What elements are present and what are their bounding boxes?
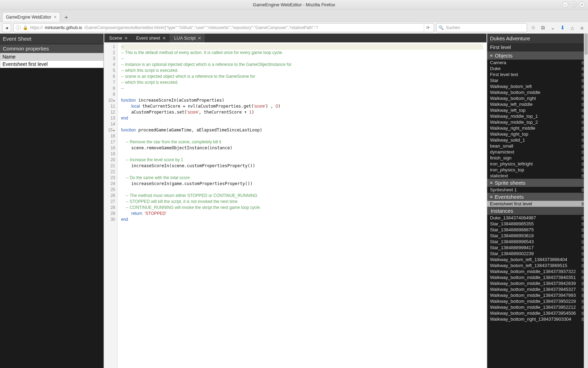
property-name-value[interactable]: Eventsheet first level <box>0 61 104 68</box>
site-info-icon[interactable]: i <box>16 25 21 30</box>
browser-tab-title: GameEngine WebEditor <box>6 15 51 20</box>
close-icon[interactable]: ✕ <box>198 36 201 41</box>
list-item[interactable]: bean_small🗑 <box>487 143 588 149</box>
list-item[interactable]: Duke🗑 <box>487 66 588 71</box>
list-item[interactable]: Walkway_bottom_middle_1384373942839🗑 <box>487 280 588 286</box>
list-item-label: Walkway_botom_left <box>490 84 532 89</box>
scene-title[interactable]: First level <box>487 43 588 52</box>
section-objects-label: Objects <box>495 53 513 59</box>
tab-close-icon[interactable]: × <box>54 15 56 20</box>
list-item[interactable]: Camera🗑 <box>487 60 588 66</box>
list-item[interactable]: Walkway_bottom_middle🗑 <box>487 89 588 95</box>
list-item-label: iron_physics_leftright <box>490 161 533 166</box>
list-item[interactable]: iron_physics_top🗑 <box>487 167 588 173</box>
section-instances[interactable]: Instances <box>487 207 588 215</box>
list-item-label: Star_1384888985355 <box>490 221 534 226</box>
list-item[interactable]: Walkway_solid_1🗑 <box>487 137 588 143</box>
page-scrollbar[interactable] <box>584 34 588 368</box>
list-item[interactable]: Walkway_bottom_middle_1384373947993🗑 <box>487 292 588 298</box>
list-item[interactable]: Walkway_botom_left🗑 <box>487 83 588 89</box>
list-item-label: bean_small <box>490 143 513 149</box>
list-item-label: Walkway_bottom_middle_1384373950229 <box>490 299 576 304</box>
scrollbar-thumb[interactable] <box>584 34 588 55</box>
list-item[interactable]: Walkway_left_middle🗑 <box>487 101 588 107</box>
menu-icon[interactable]: ≡ <box>578 24 586 32</box>
url-bar[interactable]: i 🔒 https://mirkosertic.github.io/GameCo… <box>13 23 434 32</box>
list-item[interactable]: Star_1384888996543🗑 <box>487 239 588 245</box>
window-minimize-button[interactable]: – <box>562 1 568 8</box>
list-item-label: Walkway_bottom_middle_1384373940351 <box>490 275 576 280</box>
close-icon[interactable]: ✕ <box>162 36 166 41</box>
list-item[interactable]: Star🗑 <box>487 77 588 83</box>
editor-tabs: Scene✕Event sheet✕LUA Script✕ <box>104 34 486 42</box>
list-item[interactable]: Walkway_bottom_right_1384373903304🗑 <box>487 316 588 322</box>
list-item[interactable]: Walkway_bottom_middle_1384373945327🗑 <box>487 286 588 292</box>
list-item[interactable]: dynamictext🗑 <box>487 149 588 155</box>
list-item[interactable]: Duke_1384374064987🗑 <box>487 215 588 221</box>
spritesheets-list: Spritesheet 1🗑 <box>487 187 588 193</box>
downloads-icon[interactable]: ⬇ <box>559 24 566 32</box>
section-eventsheets-label: Eventsheets <box>495 194 524 200</box>
list-item[interactable]: Spritesheet 1🗑 <box>487 187 588 193</box>
list-item[interactable]: Walkway_right_middle🗑 <box>487 125 588 131</box>
list-item[interactable]: statictext🗑 <box>487 173 588 179</box>
list-item-label: Walkway_right_top <box>490 131 528 137</box>
section-spritesheets[interactable]: ≡ Sprite sheets <box>487 179 588 187</box>
code-editor[interactable]: 1234567891011121314151617181920212223242… <box>104 42 486 368</box>
library-icon[interactable]: ⧉ <box>539 24 547 32</box>
list-item[interactable]: iron_physics_leftright🗑 <box>487 161 588 167</box>
list-item[interactable]: Star_1384888999417🗑 <box>487 245 588 251</box>
code-content[interactable]: -- -- This is the default method of ever… <box>118 42 486 368</box>
list-item[interactable]: Walkway_middle_top_1🗑 <box>487 113 588 119</box>
list-item[interactable]: Star_1384888985355🗑 <box>487 221 588 227</box>
code-gutter: 1234567891011121314151617181920212223242… <box>104 42 118 368</box>
pocket-icon[interactable]: ⌄ <box>549 24 556 32</box>
list-item[interactable]: Walkway_bottom_middle_1384373952212🗑 <box>487 304 588 310</box>
list-item-label: iron_physics_top <box>490 167 524 172</box>
list-item-label: Walkway_botom_left_1384373866404 <box>490 257 567 262</box>
back-button[interactable]: ◄ <box>2 23 11 32</box>
reload-button[interactable]: ⟳ <box>424 24 432 32</box>
list-item[interactable]: Walkway_middle_top_2🗑 <box>487 119 588 125</box>
list-item[interactable]: Star_1384888993618🗑 <box>487 233 588 239</box>
list-item-label: Walkway_bottom_middle_1384373947993 <box>490 293 576 298</box>
list-item-label: Walkway_bottom_right <box>490 96 536 101</box>
list-item[interactable]: Walkway_botom_left_1384373869515🗑 <box>487 263 588 268</box>
list-item[interactable]: Walkway_botom_left_1384373866404🗑 <box>487 257 588 263</box>
list-item[interactable]: Walkway_left_top🗑 <box>487 107 588 113</box>
bookmark-star-icon[interactable]: ☆ <box>529 24 537 32</box>
list-item[interactable]: Eventsheet first level🗑 <box>487 201 588 207</box>
close-icon[interactable]: ✕ <box>124 36 128 41</box>
list-item-label: statictext <box>490 173 508 178</box>
list-item[interactable]: Walkway_bottom_middle_1384373954506🗑 <box>487 310 588 316</box>
window-titlebar: GameEngine WebEditor - Mozilla Firefox –… <box>0 0 588 10</box>
search-bar[interactable]: 🔍 Suchen <box>436 23 527 32</box>
editor-tab[interactable]: LUA Script✕ <box>169 34 205 42</box>
editor-tab[interactable]: Scene✕ <box>104 34 131 42</box>
list-item-label: Walkway_bottom_middle_1384373952212 <box>490 305 576 310</box>
list-item[interactable]: Walkway_right_top🗑 <box>487 131 588 137</box>
url-scheme: https:// <box>30 25 43 30</box>
list-item[interactable]: First level text🗑 <box>487 71 588 77</box>
list-item[interactable]: Walkway_bottom_middle_1384373937322🗑 <box>487 268 588 274</box>
section-objects[interactable]: ≡ Objects <box>487 52 588 60</box>
home-icon[interactable]: ⌂ <box>568 24 576 32</box>
list-item-label: Walkway_right_middle <box>490 125 536 131</box>
browser-tab[interactable]: GameEngine WebEditor × <box>2 12 60 22</box>
window-maximize-button[interactable]: ▢ <box>570 1 577 8</box>
list-item[interactable]: Walkway_bottom_middle_1384373950229🗑 <box>487 298 588 304</box>
list-item-label: First level text <box>490 72 518 77</box>
list-item[interactable]: Star_1384889002239🗑 <box>487 251 588 257</box>
left-panel-title: Event Sheet <box>0 34 104 44</box>
list-item[interactable]: Walkway_bottom_right🗑 <box>487 95 588 101</box>
list-item-label: Duke <box>490 66 500 71</box>
list-item[interactable]: finish_sign🗑 <box>487 155 588 161</box>
window-close-button[interactable]: × <box>579 1 585 8</box>
list-item[interactable]: Walkway_bottom_middle_1384373940351🗑 <box>487 274 588 280</box>
new-tab-button[interactable]: + <box>62 13 71 22</box>
hamburger-icon: ≡ <box>490 180 493 185</box>
section-eventsheets[interactable]: ≡ Eventsheets <box>487 193 588 201</box>
list-item-label: Star <box>490 78 498 83</box>
list-item[interactable]: Star_1384888988875🗑 <box>487 227 588 233</box>
editor-tab[interactable]: Event sheet✕ <box>131 34 169 42</box>
